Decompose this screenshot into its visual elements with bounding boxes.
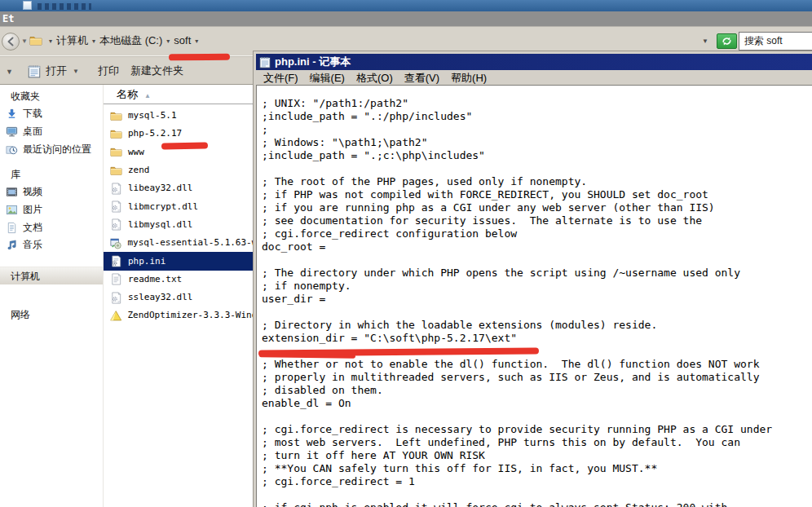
file-row[interactable]: zend	[104, 161, 263, 179]
breadcrumb-dropdown-arrow[interactable]: ▾	[195, 37, 198, 45]
background-window-icon	[23, 1, 32, 10]
ini-file-icon	[110, 255, 122, 267]
notepad-text-line: user_dir =	[262, 293, 812, 306]
sidebar-item-label: 最近访问的位置	[23, 143, 91, 157]
background-window-title-smudge	[38, 3, 91, 10]
file-row[interactable]: readme.txt	[104, 271, 263, 289]
file-row[interactable]: mysql-5.1	[104, 107, 263, 125]
breadcrumb-item[interactable]: soft	[174, 34, 191, 46]
notepad-text-line: ; if you are running php as a CGI under …	[262, 201, 812, 214]
search-input[interactable]: 搜索 soft	[739, 32, 812, 51]
new-folder-button-label: 新建文件夹	[130, 64, 183, 78]
sidebar-item-label: 视频	[23, 185, 42, 199]
notepad-text-line: ; most web servers. Left undefined, PHP …	[262, 436, 812, 449]
notepad-titlebar[interactable]: php.ini - 记事本	[256, 54, 812, 70]
notepad-text-line: ; if PHP was not compiled with FORCE_RED…	[262, 188, 812, 201]
menu-item[interactable]: 格式(O)	[356, 71, 393, 86]
organize-button-partial[interactable]: ▼	[6, 68, 13, 76]
notepad-text: ; UNIX: "/path1:/path2";include_path = "…	[262, 97, 812, 507]
sidebar-item[interactable]: 图片	[0, 201, 103, 219]
file-name: libmcrypt.dll	[128, 201, 198, 213]
folder-icon	[110, 165, 122, 177]
breadcrumb-dropdown-arrow[interactable]: ▾	[49, 37, 52, 45]
sidebar-item[interactable]: 最近访问的位置	[0, 140, 103, 158]
sidebar-item-label: 下载	[23, 107, 42, 121]
sidebar-header[interactable]: 库	[0, 165, 103, 183]
notepad-text-line: ; if nonempty.	[262, 280, 812, 293]
back-button[interactable]	[2, 33, 20, 51]
download-icon	[6, 108, 18, 120]
file-row[interactable]: php.ini	[104, 252, 263, 270]
file-row[interactable]: libeay32.dll	[104, 179, 263, 197]
file-row[interactable]: ZendOptimizer-3.3.3-Windo	[104, 306, 263, 324]
sidebar-section: 库视频图片文档音乐	[0, 165, 103, 254]
sidebar-header[interactable]: 计算机	[0, 267, 103, 284]
notepad-content[interactable]: ; UNIX: "/path1:/path2";include_path = "…	[256, 85, 812, 507]
file-name: zend	[128, 165, 150, 176]
notepad-text-line: ;include_path = ".:/php/includes"	[262, 110, 812, 123]
back-dropdown-arrow[interactable]: ▼	[21, 37, 28, 45]
pictures-icon	[6, 204, 18, 216]
installer-file-icon	[110, 237, 121, 249]
background-window-title-fragment: Et	[2, 13, 14, 24]
sidebar-header[interactable]: 网络	[0, 306, 103, 324]
file-name: mysql-5.1	[128, 110, 177, 121]
notepad-text-line: extension_dir = "C:\soft\php-5.2.17\ext"	[262, 332, 812, 345]
file-name: ssleay32.dll	[128, 292, 192, 303]
notepad-text-line: ; Directory in which the loadable extens…	[262, 319, 812, 332]
open-button[interactable]: 打开 ▼	[27, 60, 79, 82]
print-button[interactable]: 打印	[98, 60, 119, 82]
address-dropdown-arrow[interactable]: ▼	[702, 37, 708, 45]
file-row[interactable]: libmysql.dll	[104, 216, 263, 234]
file-list: mysql-5.1php-5.2.17wwwzendlibeay32.dllli…	[104, 107, 263, 325]
recent-places-icon	[6, 143, 18, 156]
notepad-text-line: ;	[262, 123, 812, 136]
notepad-text-line: ; cgi.force_redirect = 1	[262, 475, 812, 488]
breadcrumb-item[interactable]: 计算机	[56, 34, 88, 46]
menu-item[interactable]: 帮助(H)	[451, 71, 487, 86]
sidebar-item-label: 文档	[23, 221, 42, 235]
sidebar-item[interactable]: 音乐	[0, 236, 103, 254]
background-window-band: Et	[0, 11, 812, 27]
breadcrumb-items: ▾计算机▾本地磁盘 (C:)▾soft▾	[45, 33, 202, 49]
sidebar-header[interactable]: 收藏夹	[0, 87, 103, 105]
annotation-underline-php-folder	[161, 143, 208, 150]
sidebar-section: 网络	[0, 306, 103, 324]
sidebar-item[interactable]: 视频	[0, 183, 103, 201]
file-row[interactable]: mysql-essential-5.1.63-wi	[104, 234, 263, 252]
sidebar-item[interactable]: 桌面	[0, 123, 103, 141]
new-folder-button[interactable]: 新建文件夹	[130, 60, 183, 82]
print-button-label: 打印	[98, 64, 119, 78]
notepad-text-line	[262, 488, 812, 501]
background-window-titlebar	[0, 0, 812, 11]
breadcrumb-folder-icon	[29, 34, 42, 47]
menu-item[interactable]: 查看(V)	[404, 71, 439, 86]
file-row[interactable]: ssleay32.dll	[104, 289, 263, 306]
sidebar-item[interactable]: 下载	[0, 105, 103, 123]
breadcrumb-dropdown-arrow[interactable]: ▾	[92, 37, 95, 45]
menu-item[interactable]: 文件(F)	[263, 71, 298, 86]
sidebar-item[interactable]: 文档	[0, 218, 103, 236]
breadcrumb-item[interactable]: 本地磁盘 (C:)	[99, 34, 162, 46]
notepad-text-line: ; turn it off here AT YOUR OWN RISK	[262, 449, 812, 462]
notepad-text-line: ; The root of the PHP pages, used only i…	[262, 175, 812, 188]
notepad-file-icon	[27, 64, 42, 78]
file-row[interactable]: libmcrypt.dll	[104, 197, 263, 215]
notepad-text-line: ; disabled on them.	[262, 384, 812, 397]
file-row[interactable]: php-5.2.17	[104, 125, 263, 143]
text-file-icon	[110, 273, 122, 285]
notepad-text-line: ; cgi.force_redirect is necessary to pro…	[262, 423, 812, 436]
sidebar-section: 收藏夹下载桌面最近访问的位置	[0, 87, 103, 158]
open-dropdown-arrow: ▼	[73, 68, 79, 75]
refresh-button[interactable]	[717, 33, 737, 49]
column-header-name[interactable]: 名称▲	[104, 85, 263, 104]
menu-item[interactable]: 编辑(E)	[310, 71, 345, 86]
dll-file-icon	[110, 218, 122, 231]
notepad-text-line	[262, 306, 812, 319]
breadcrumb-dropdown-arrow[interactable]: ▾	[166, 37, 170, 45]
notepad-title: php.ini - 记事本	[275, 55, 351, 69]
sidebar-item-label: 音乐	[23, 238, 42, 252]
notepad-text-line: ; **You CAN safely turn this off for IIS…	[262, 462, 812, 475]
file-name: php.ini	[128, 256, 165, 267]
file-name: libeay32.dll	[128, 183, 192, 194]
